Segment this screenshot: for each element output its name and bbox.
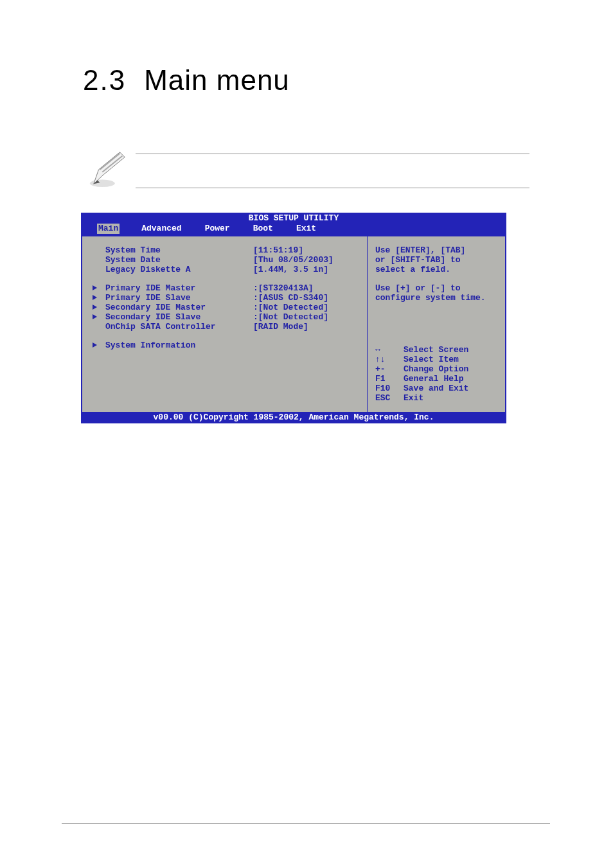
bios-nav-legend: ↔ Select Screen ↑↓ Select Item +- Change… <box>375 345 499 403</box>
label-primary-ide-slave: Primary IDE Slave <box>105 293 253 303</box>
value-legacy-diskette-a: [1.44M, 3.5 in] <box>253 265 328 274</box>
nav-general-help: F1 General Help <box>375 374 499 384</box>
page-footer-rule <box>62 823 550 824</box>
value-onchip-sata: [RAID Mode] <box>253 322 308 332</box>
help-line: or [SHIFT-TAB] to <box>375 255 499 265</box>
nav-key-plus-minus: +- <box>375 364 404 374</box>
value-primary-ide-slave: :[ASUS CD-S340] <box>253 293 328 303</box>
nav-label: Change Option <box>404 364 468 374</box>
label-system-information: System Information <box>105 341 253 350</box>
submenu-arrow-icon <box>91 341 105 350</box>
label-secondary-ide-slave: Secondary IDE Slave <box>105 312 253 322</box>
nav-label: Select Screen <box>404 345 468 355</box>
section-number: 2.3 <box>83 64 126 96</box>
row-secondary-ide-slave[interactable]: Secondary IDE Slave :[Not Detected] <box>91 312 360 322</box>
label-primary-ide-master: Primary IDE Master <box>105 283 253 293</box>
note-rules <box>136 154 529 187</box>
nav-select-item: ↑↓ Select Item <box>375 355 499 364</box>
row-primary-ide-slave[interactable]: Primary IDE Slave :[ASUS CD-S340] <box>91 293 360 303</box>
label-system-time: System Time <box>105 245 253 255</box>
value-primary-ide-master: :[ST320413A] <box>253 283 314 293</box>
section-heading: 2.3Main menu <box>83 64 290 96</box>
tab-exit[interactable]: Exit <box>295 224 317 234</box>
tab-boot[interactable]: Boot <box>252 224 274 234</box>
nav-key-f10: F10 <box>375 384 404 393</box>
row-primary-ide-master[interactable]: Primary IDE Master :[ST320413A] <box>91 283 360 293</box>
bios-title: BIOS SETUP UTILITY <box>82 213 506 224</box>
section-title: Main menu <box>144 64 290 96</box>
bios-help-text: Use [ENTER], [TAB] or [SHIFT-TAB] to sel… <box>375 245 499 303</box>
row-onchip-sata[interactable]: OnChip SATA Controller [RAID Mode] <box>91 322 360 332</box>
nav-key-arrows-lr-icon: ↔ <box>375 345 404 355</box>
submenu-arrow-icon <box>91 283 105 293</box>
row-system-information[interactable]: System Information <box>91 341 360 350</box>
row-legacy-diskette-a[interactable]: Legacy Diskette A [1.44M, 3.5 in] <box>91 265 360 274</box>
nav-key-arrows-ud-icon: ↑↓ <box>375 355 404 364</box>
help-line: Use [ENTER], [TAB] <box>375 245 499 255</box>
value-system-time: [11:51:19] <box>253 245 303 255</box>
label-legacy-diskette-a: Legacy Diskette A <box>105 265 253 274</box>
submenu-arrow-icon <box>91 312 105 322</box>
nav-key-esc: ESC <box>375 393 404 403</box>
bios-help-panel: Use [ENTER], [TAB] or [SHIFT-TAB] to sel… <box>367 235 506 412</box>
label-system-date: System Date <box>105 255 253 265</box>
bios-footer: v00.00 (C)Copyright 1985-2002, American … <box>82 412 506 423</box>
nav-change-option: +- Change Option <box>375 364 499 374</box>
tab-advanced[interactable]: Advanced <box>140 224 182 234</box>
help-line: select a field. <box>375 265 499 274</box>
nav-label: General Help <box>404 374 464 384</box>
nav-exit: ESC Exit <box>375 393 499 403</box>
nav-key-f1: F1 <box>375 374 404 384</box>
submenu-arrow-icon <box>91 303 105 312</box>
nav-label: Select Item <box>404 355 459 364</box>
bios-menu-bar: Main Advanced Power Boot Exit <box>82 224 506 235</box>
label-secondary-ide-master: Secondary IDE Master <box>105 303 253 312</box>
label-onchip-sata: OnChip SATA Controller <box>105 322 253 332</box>
nav-save-exit: F10 Save and Exit <box>375 384 499 393</box>
value-secondary-ide-master: :[Not Detected] <box>253 303 328 312</box>
row-system-time[interactable]: System Time [11:51:19] <box>91 245 360 255</box>
nav-select-screen: ↔ Select Screen <box>375 345 499 355</box>
tab-power[interactable]: Power <box>204 224 231 234</box>
bios-main-panel: System Time [11:51:19] System Date [Thu … <box>82 235 367 412</box>
nav-label: Save and Exit <box>404 384 468 393</box>
note-pencil-icon <box>89 149 129 189</box>
nav-label: Exit <box>404 393 423 403</box>
row-secondary-ide-master[interactable]: Secondary IDE Master :[Not Detected] <box>91 303 360 312</box>
help-line: Use [+] or [-] to <box>375 283 499 293</box>
help-line: configure system time. <box>375 293 499 303</box>
submenu-arrow-icon <box>91 293 105 303</box>
value-system-date: [Thu 08/05/2003] <box>253 255 333 265</box>
row-system-date[interactable]: System Date [Thu 08/05/2003] <box>91 255 360 265</box>
bios-screen: BIOS SETUP UTILITY Main Advanced Power B… <box>81 213 506 423</box>
tab-main[interactable]: Main <box>97 224 120 234</box>
value-secondary-ide-slave: :[Not Detected] <box>253 312 328 322</box>
